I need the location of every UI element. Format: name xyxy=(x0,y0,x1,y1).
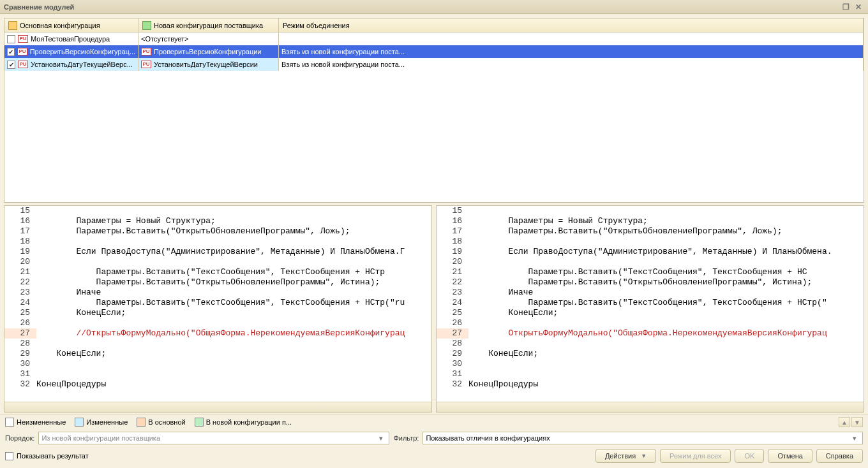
table-row[interactable]: УстановитьДатуТекущейВерс... УстановитьД… xyxy=(4,58,864,71)
code-line[interactable]: 24 Параметры.Вставить("ТекстСообщения", … xyxy=(4,298,431,308)
code-line[interactable]: 32КонецПроцедуры xyxy=(437,379,864,390)
line-number: 26 xyxy=(437,318,468,328)
line-number: 21 xyxy=(4,267,36,277)
line-number: 31 xyxy=(4,369,36,379)
window-title: Сравнение модулей xyxy=(4,3,74,11)
code-line[interactable]: 27 ОткрытьФормуМодально("ОбщаяФорма.Нере… xyxy=(437,328,864,339)
procedure-icon xyxy=(17,48,27,55)
code-line[interactable]: 23 Иначе xyxy=(4,288,431,298)
code-line[interactable]: 27 //ОткрытьФормуМодально("ОбщаяФорма.Не… xyxy=(4,328,431,339)
header-col-new[interactable]: Новая конфигурация поставщика xyxy=(138,18,279,32)
code-line[interactable]: 19 Если ПравоДоступа("Администрирование"… xyxy=(437,247,864,257)
proc-name-main: УстановитьДатуТекущейВерс... xyxy=(31,61,133,68)
legend-changed: Измененные xyxy=(75,418,128,427)
code-line[interactable]: 20 xyxy=(4,257,431,267)
line-number: 17 xyxy=(437,226,468,237)
cancel-button[interactable]: Отмена xyxy=(768,449,812,463)
editor-right: 1516 Параметры = Новый Структура;17 Пара… xyxy=(436,205,864,413)
code-line[interactable]: 26 xyxy=(437,318,864,328)
code-line[interactable]: 15 xyxy=(437,206,864,216)
code-line[interactable]: 22 Параметры.Вставить("ОткрытьОбновление… xyxy=(437,277,864,288)
code-line[interactable]: 15 xyxy=(4,206,431,216)
line-number: 28 xyxy=(437,339,468,349)
line-number: 16 xyxy=(4,216,36,226)
code-line[interactable]: 25 КонецЕсли; xyxy=(437,308,864,318)
header-col-main[interactable]: Основная конфигурация xyxy=(4,18,138,32)
code-line[interactable]: 17 Параметры.Вставить("ОткрытьОбновление… xyxy=(4,226,431,237)
line-number: 17 xyxy=(4,226,36,237)
code-line[interactable]: 21 Параметры.Вставить("ТекстСообщения", … xyxy=(437,267,864,277)
code-line[interactable]: 28 xyxy=(437,339,864,349)
line-number: 27 xyxy=(437,328,468,339)
chevron-down-icon: ▾ xyxy=(376,434,386,442)
filter-combo[interactable]: Показывать отличия в конфигурациях ▾ xyxy=(423,432,863,444)
line-number: 28 xyxy=(4,339,36,349)
bottom-bar: Показывать результат Действия ▼ Режим дл… xyxy=(0,446,868,468)
mode-for-all-button[interactable]: Режим для всех xyxy=(660,449,731,463)
help-button[interactable]: Справка xyxy=(816,449,863,463)
swatch-unchanged xyxy=(5,418,14,427)
editors-panel: 1516 Параметры = Новый Структура;17 Пара… xyxy=(4,205,864,413)
maximize-icon[interactable]: ❐ xyxy=(840,2,851,12)
line-number: 31 xyxy=(437,369,468,379)
procedure-icon xyxy=(18,61,28,68)
checkbox-icon[interactable] xyxy=(7,35,15,43)
code-line[interactable]: 18 xyxy=(437,237,864,247)
code-left[interactable]: 1516 Параметры = Новый Структура;17 Пара… xyxy=(4,206,431,402)
next-diff-button[interactable]: ▼ xyxy=(851,417,863,427)
legend-bar: Неизмененные Измененные В основной В нов… xyxy=(0,414,868,430)
code-line[interactable]: 16 Параметры = Новый Структура; xyxy=(437,216,864,226)
code-line[interactable]: 32КонецПроцедуры xyxy=(4,379,431,390)
proc-name-new: ПроверитьВерсиюКонфигурации xyxy=(154,48,262,55)
code-line[interactable]: 17 Параметры.Вставить("ОткрытьОбновление… xyxy=(437,226,864,237)
code-line[interactable]: 28 xyxy=(4,339,431,349)
code-line[interactable]: 30 xyxy=(437,359,864,369)
close-icon[interactable]: ✕ xyxy=(853,2,864,12)
table-row[interactable]: МояТестоваяПроцедура<Отсутствует> xyxy=(4,33,864,45)
code-line[interactable]: 20 xyxy=(437,257,864,267)
code-line[interactable]: 18 xyxy=(4,237,431,247)
code-right[interactable]: 1516 Параметры = Новый Структура;17 Пара… xyxy=(437,206,864,402)
proc-name-new: <Отсутствует> xyxy=(141,35,189,43)
line-number: 24 xyxy=(437,298,468,308)
line-number: 20 xyxy=(4,257,36,267)
line-number: 22 xyxy=(437,277,468,288)
line-number: 29 xyxy=(4,349,36,359)
checkbox-icon[interactable] xyxy=(7,48,15,56)
config-main-icon xyxy=(8,21,17,30)
code-line[interactable]: 29 КонецЕсли; xyxy=(4,349,431,359)
code-line[interactable]: 24 Параметры.Вставить("ТекстСообщения", … xyxy=(437,298,864,308)
line-number: 22 xyxy=(4,277,36,288)
titlebar: Сравнение модулей ❐ ✕ xyxy=(0,0,868,14)
ok-button[interactable]: OK xyxy=(735,449,764,463)
code-line[interactable]: 16 Параметры = Новый Структура; xyxy=(4,216,431,226)
show-result-checkbox[interactable]: Показывать результат xyxy=(5,452,89,460)
code-line[interactable]: 29 КонецЕсли; xyxy=(437,349,864,359)
code-line[interactable]: 31 xyxy=(437,369,864,379)
chevron-down-icon: ▾ xyxy=(849,434,860,442)
line-number: 25 xyxy=(437,308,468,318)
table-body[interactable]: МояТестоваяПроцедура<Отсутствует> Провер… xyxy=(4,33,864,202)
code-line[interactable]: 19 Если ПравоДоступа("Администрирование"… xyxy=(4,247,431,257)
scrollbar-horizontal[interactable] xyxy=(437,402,864,412)
prev-diff-button[interactable]: ▲ xyxy=(839,417,850,427)
code-line[interactable]: 23 Иначе xyxy=(437,288,864,298)
table-header: Основная конфигурация Новая конфигурация… xyxy=(4,18,864,33)
comparison-table: Основная конфигурация Новая конфигурация… xyxy=(4,18,864,203)
code-line[interactable]: 26 xyxy=(4,318,431,328)
scrollbar-horizontal[interactable] xyxy=(4,402,431,412)
order-combo[interactable]: Из новой конфигурации поставщика ▾ xyxy=(38,432,389,444)
code-line[interactable]: 31 xyxy=(4,369,431,379)
code-line[interactable]: 30 xyxy=(4,359,431,369)
code-line[interactable]: 21 Параметры.Вставить("ТекстСообщения", … xyxy=(4,267,431,277)
code-line[interactable]: 22 Параметры.Вставить("ОткрытьОбновление… xyxy=(4,277,431,288)
line-number: 32 xyxy=(4,379,36,390)
actions-button[interactable]: Действия ▼ xyxy=(595,449,656,463)
code-line[interactable]: 25 КонецЕсли; xyxy=(4,308,431,318)
line-number: 30 xyxy=(4,359,36,369)
line-number: 16 xyxy=(437,216,468,226)
checkbox-icon[interactable] xyxy=(7,61,15,69)
header-col-mode[interactable]: Режим объединения xyxy=(279,18,864,32)
procedure-icon xyxy=(18,35,28,43)
table-row[interactable]: ПроверитьВерсиюКонфигурац... ПроверитьВе… xyxy=(4,45,864,58)
